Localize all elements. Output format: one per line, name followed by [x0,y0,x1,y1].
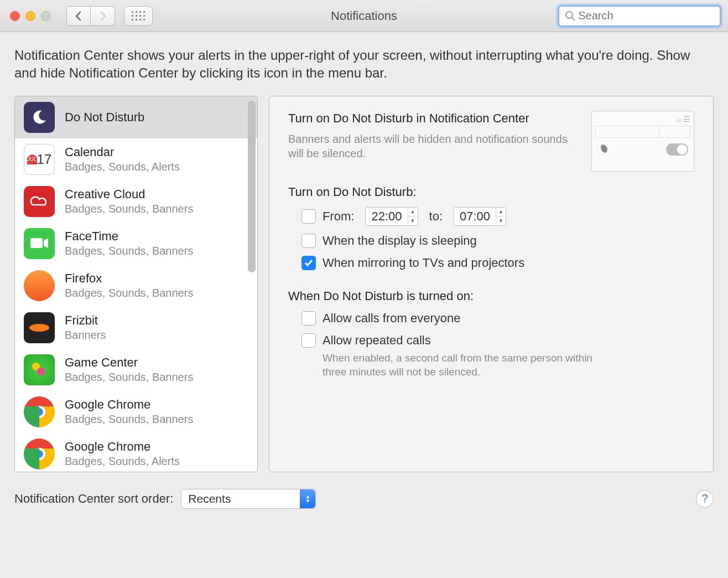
to-time-stepper[interactable]: ▲▼ [496,207,506,226]
app-subtitle: Badges, Sounds, Banners [65,245,193,257]
chevron-right-icon [99,11,107,21]
app-name: Game Center [65,355,193,370]
allow-repeated-option: Allow repeated calls [288,333,694,348]
list-icon: ☰ [683,115,690,123]
pane-description: Notification Center shows your alerts in… [14,47,714,82]
schedule-option: From: 22:00 ▲▼ to: 07:00 ▲▼ [288,207,694,226]
app-subtitle: Badges, Sounds, Alerts [65,455,180,468]
app-name: Firefox [65,271,193,286]
moon-icon [597,144,607,154]
allow-repeated-label: Allow repeated calls [323,333,431,348]
svg-rect-2 [30,238,43,248]
allow-everyone-checkbox[interactable] [301,311,316,326]
detail-heading-sub: Banners and alerts will be hidden and no… [288,132,579,161]
app-list-item[interactable]: Google ChromeBadges, Sounds, Alerts [15,433,257,472]
display-sleep-label: When the display is sleeping [323,234,477,248]
mirroring-option: When mirroring to TVs and projectors [288,256,694,270]
display-sleep-option: When the display is sleeping [288,234,694,248]
ff-icon [24,270,55,301]
search-input[interactable] [578,9,714,22]
app-subtitle: Badges, Sounds, Banners [65,287,193,300]
app-list-item[interactable]: FrizbitBanners [15,307,257,349]
search-icon: ⌕ [677,115,681,123]
ft-icon [24,228,55,259]
app-list: Do Not DisturbJUL17CalendarBadges, Sound… [14,96,258,472]
to-label: to: [429,209,443,224]
svg-point-0 [566,12,573,18]
sort-order-value: Recents [188,492,231,505]
search-field[interactable] [558,5,721,27]
app-list-item[interactable]: Creative CloudBadges, Sounds, Banners [15,180,257,223]
scrollbar-thumb[interactable] [248,101,256,272]
svg-line-1 [572,18,575,20]
forward-button[interactable] [91,6,115,26]
allow-repeated-hint: When enabled, a second call from the sam… [288,351,615,379]
help-button[interactable]: ? [696,490,714,508]
app-list-item[interactable]: JUL17CalendarBadges, Sounds, Alerts [15,138,257,180]
app-name: Google Chrome [65,398,193,412]
minimize-window-button[interactable] [25,11,35,21]
traffic-lights [10,11,51,21]
app-list-item[interactable]: Do Not Disturb [15,96,257,138]
close-window-button[interactable] [10,11,20,21]
dnd-icon [24,102,55,133]
app-name: Calendar [65,145,180,159]
app-name: Do Not Disturb [65,110,144,125]
to-time-field[interactable]: 07:00 ▲▼ [454,207,506,226]
dnd-toggle-preview [666,143,688,156]
app-list-item[interactable]: FaceTimeBadges, Sounds, Banners [15,223,257,265]
app-name: Creative Cloud [65,187,193,202]
display-sleep-checkbox[interactable] [301,234,316,248]
fz-icon [24,312,55,343]
app-name: Frizbit [65,313,106,328]
show-all-button[interactable] [124,6,153,26]
allow-everyone-label: Allow calls from everyone [323,311,460,326]
chrome-icon [24,438,55,469]
app-subtitle: Badges, Sounds, Banners [65,371,193,384]
titlebar: Notifications [0,0,728,32]
from-label: From: [323,209,354,224]
window-title: Notifications [331,9,397,23]
app-subtitle: Badges, Sounds, Banners [65,413,193,426]
to-time-value: 07:00 [454,209,496,224]
app-subtitle: Banners [65,329,106,342]
select-chevrons-icon: ▲▼ [300,489,315,508]
sort-order-select[interactable]: Recents ▲▼ [181,489,316,509]
dnd-on-section-title: When Do Not Disturb is turned on: [288,289,694,303]
app-name: FaceTime [65,229,193,244]
sort-order-label: Notification Center sort order: [14,492,173,506]
schedule-checkbox[interactable] [301,209,316,224]
cc-icon [24,186,55,217]
detail-panel: Turn on Do Not Disturb in Notification C… [269,96,714,472]
app-list-item[interactable]: FirefoxBadges, Sounds, Banners [15,265,257,307]
app-name: Google Chrome [65,440,180,454]
from-time-field[interactable]: 22:00 ▲▼ [365,207,418,226]
gc-icon [24,354,55,385]
chevron-left-icon [75,11,82,21]
from-time-value: 22:00 [366,209,407,224]
allow-repeated-checkbox[interactable] [301,333,316,348]
allow-everyone-option: Allow calls from everyone [288,311,694,326]
back-button[interactable] [66,6,91,26]
cal-icon: JUL17 [24,144,55,175]
app-list-item[interactable]: Game CenterBadges, Sounds, Banners [15,349,257,391]
chrome-icon [24,396,55,427]
zoom-window-button[interactable] [41,11,51,21]
nav-buttons [66,6,115,26]
app-subtitle: Badges, Sounds, Banners [65,203,193,215]
app-subtitle: Badges, Sounds, Alerts [65,161,180,173]
mirroring-checkbox[interactable] [301,256,316,270]
search-icon [565,11,575,22]
detail-heading: Turn on Do Not Disturb in Notification C… [288,111,579,127]
schedule-section-title: Turn on Do Not Disturb: [288,185,694,199]
notification-preview: ⌕☰ [591,111,694,172]
mirroring-label: When mirroring to TVs and projectors [323,256,524,270]
from-time-stepper[interactable]: ▲▼ [408,207,418,226]
app-list-item[interactable]: Google ChromeBadges, Sounds, Banners [15,391,257,433]
